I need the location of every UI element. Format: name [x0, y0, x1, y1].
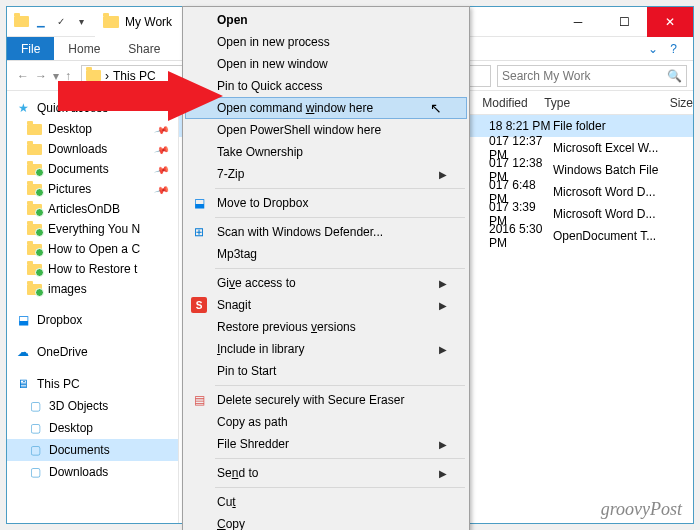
window-controls: ─ ☐ ✕ [555, 7, 693, 37]
sidebar-item[interactable]: Downloads📌 [7, 139, 178, 159]
sidebar-this-pc[interactable]: ▼ 🖥 This PC [7, 373, 178, 395]
folder-icon [27, 184, 42, 195]
sidebar-item[interactable]: images [7, 279, 178, 299]
sidebar-item-label: Desktop [48, 122, 92, 136]
new-folder-icon[interactable]: ✓ [53, 14, 69, 30]
sidebar-item[interactable]: ▢Documents [7, 439, 178, 461]
breadcrumb[interactable]: This PC [113, 69, 156, 83]
search-input[interactable]: Search My Work 🔍 [497, 65, 687, 87]
nav-arrows: ← → ▾ ↑ [13, 69, 75, 83]
sidebar-onedrive[interactable]: ▶ ☁ OneDrive [7, 341, 178, 363]
ribbon-expand-icon[interactable]: ⌄ [648, 42, 658, 56]
ctx-copy-path[interactable]: Copy as path [185, 411, 467, 433]
folder-icon [27, 204, 42, 215]
sidebar-quick-access[interactable]: ★ Quick access [7, 97, 178, 119]
ctx-include-library[interactable]: Include in library▶ [185, 338, 467, 360]
folder-icon: ▢ [27, 464, 43, 480]
ctx-pin-quick-access[interactable]: Pin to Quick access [185, 75, 467, 97]
up-button[interactable]: ↑ [65, 69, 71, 83]
properties-icon[interactable]: ▁ [33, 14, 49, 30]
qat-dropdown-icon[interactable]: ▾ [73, 14, 89, 30]
shield-icon: ⊞ [191, 224, 207, 240]
ctx-secure-eraser[interactable]: ▤Delete securely with Secure Eraser [185, 389, 467, 411]
sidebar-item[interactable]: How to Open a C [7, 239, 178, 259]
ctx-open-command-window[interactable]: Open command window here [185, 97, 467, 119]
ctx-give-access[interactable]: Give access to▶ [185, 272, 467, 294]
sidebar-item[interactable]: Everything You N [7, 219, 178, 239]
separator [215, 217, 465, 218]
ctx-defender[interactable]: ⊞Scan with Windows Defender... [185, 221, 467, 243]
pin-icon: 📌 [154, 181, 170, 197]
sidebar-item[interactable]: How to Restore t [7, 259, 178, 279]
ctx-file-shredder[interactable]: File Shredder▶ [185, 433, 467, 455]
ctx-copy[interactable]: Copy [185, 513, 467, 530]
ribbon-right: ⌄ ? [632, 37, 693, 60]
sidebar-item-label: Everything You N [48, 222, 140, 236]
ctx-open-new-window[interactable]: Open in new window [185, 53, 467, 75]
chevron-right-icon: ▶ [439, 300, 447, 311]
sidebar-item[interactable]: Pictures📌 [7, 179, 178, 199]
maximize-button[interactable]: ☐ [601, 7, 647, 37]
search-icon[interactable]: 🔍 [667, 69, 682, 83]
ctx-take-ownership[interactable]: Take Ownership [185, 141, 467, 163]
sidebar-item-label: images [48, 282, 87, 296]
folder-icon [27, 224, 42, 235]
chevron-right-icon: ▶ [439, 439, 447, 450]
ctx-7zip[interactable]: 7-Zip▶ [185, 163, 467, 185]
ctx-move-dropbox[interactable]: ⬓Move to Dropbox [185, 192, 467, 214]
eraser-icon: ▤ [191, 392, 207, 408]
folder-icon [27, 164, 42, 175]
folder-icon [86, 70, 101, 81]
sidebar-item[interactable]: ▢Desktop [7, 417, 178, 439]
back-button[interactable]: ← [17, 69, 29, 83]
folder-icon [27, 244, 42, 255]
sidebar-item-label: Desktop [49, 421, 93, 435]
minimize-button[interactable]: ─ [555, 7, 601, 37]
sidebar-item[interactable]: ▢Downloads [7, 461, 178, 483]
context-menu: Open Open in new process Open in new win… [182, 6, 470, 530]
ctx-cut[interactable]: Cut [185, 491, 467, 513]
ctx-send-to[interactable]: Send to▶ [185, 462, 467, 484]
ctx-mp3tag[interactable]: Mp3tag [185, 243, 467, 265]
ctx-restore-versions[interactable]: Restore previous versions [185, 316, 467, 338]
forward-button[interactable]: → [35, 69, 47, 83]
ctx-pin-start[interactable]: Pin to Start [185, 360, 467, 382]
sidebar-item[interactable]: Desktop📌 [7, 119, 178, 139]
col-type[interactable]: Type [544, 96, 670, 110]
sidebar-item-label: How to Restore t [48, 262, 137, 276]
folder-icon [27, 124, 42, 135]
title-tab: My Work [95, 7, 186, 37]
snagit-icon: S [191, 297, 207, 313]
sidebar-item-label: ArticlesOnDB [48, 202, 120, 216]
folder-icon [27, 144, 42, 155]
dropbox-icon: ⬓ [15, 312, 31, 328]
ctx-open-new-process[interactable]: Open in new process [185, 31, 467, 53]
close-button[interactable]: ✕ [647, 7, 693, 37]
sidebar-item-label: Downloads [49, 465, 108, 479]
help-icon[interactable]: ? [670, 42, 677, 56]
folder-icon [13, 14, 29, 30]
folder-icon: ▢ [27, 442, 43, 458]
quick-access-toolbar: ▁ ✓ ▾ [7, 14, 95, 30]
sidebar-item[interactable]: ArticlesOnDB [7, 199, 178, 219]
onedrive-icon: ☁ [15, 344, 31, 360]
watermark: groovyPost [601, 499, 682, 520]
tab-file[interactable]: File [7, 37, 54, 60]
sidebar-item[interactable]: ▢3D Objects [7, 395, 178, 417]
tab-home[interactable]: Home [54, 37, 114, 60]
sidebar-dropbox[interactable]: ▶ ⬓ Dropbox [7, 309, 178, 331]
sidebar-item-label: 3D Objects [49, 399, 108, 413]
chevron-right-icon: ▶ [439, 278, 447, 289]
sidebar-item-label: Documents [49, 443, 110, 457]
ctx-open[interactable]: Open [185, 9, 467, 31]
folder-icon: ▢ [27, 420, 43, 436]
tab-share[interactable]: Share [114, 37, 174, 60]
ctx-snagit[interactable]: SSnagit▶ [185, 294, 467, 316]
ctx-open-powershell[interactable]: Open PowerShell window here [185, 119, 467, 141]
recent-dropdown-icon[interactable]: ▾ [53, 69, 59, 83]
navigation-pane: ★ Quick access Desktop📌Downloads📌Documen… [7, 91, 179, 523]
sidebar-item[interactable]: Documents📌 [7, 159, 178, 179]
folder-icon: ▢ [27, 398, 43, 414]
sidebar-item-label: How to Open a C [48, 242, 140, 256]
col-size[interactable]: Size [670, 96, 693, 110]
